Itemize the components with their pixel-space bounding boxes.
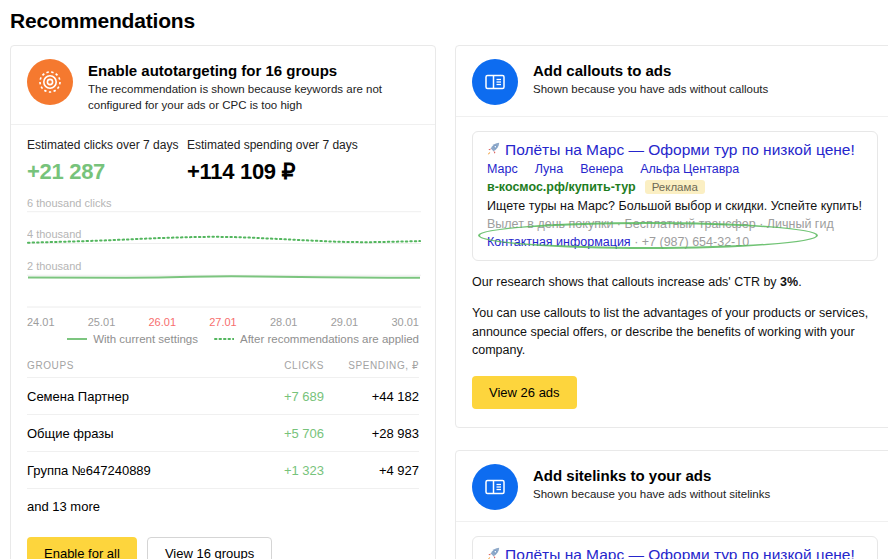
stat-value: +21 287 xyxy=(27,159,187,185)
research-text-bold: 3% xyxy=(780,275,798,289)
legend-item-after: After recommendations are applied xyxy=(214,333,419,345)
enable-for-all-button[interactable]: Enable for all xyxy=(27,537,137,559)
col-header-spending: SPENDING, ₽ xyxy=(324,360,419,371)
ad-sitelink: Луна xyxy=(535,162,563,176)
ad-preview-icon xyxy=(472,464,518,510)
more-groups-label: and 13 more xyxy=(27,488,419,524)
group-spending: +4 927 xyxy=(324,463,419,478)
ad-sitelinks: Марс Луна Венера Альфа Центавра xyxy=(487,162,863,176)
svg-text:4 thousand: 4 thousand xyxy=(27,229,81,241)
x-axis-label: 27.01 xyxy=(209,316,237,328)
callouts-card-header: Add callouts to ads Shown because you ha… xyxy=(456,46,888,116)
card-title: Add sitelinks to your ads xyxy=(533,467,770,484)
table-row: Группа №647240889 +1 323 +4 927 xyxy=(27,451,419,488)
ad-sitelink: Марс xyxy=(487,162,518,176)
rocket-icon xyxy=(487,547,500,559)
ad-sitelink: Альфа Центавра xyxy=(640,162,739,176)
ad-preview-body: Полёты на Марс — Оформи тур по низкой це… xyxy=(473,132,877,260)
ad-preview: Полёты на Марс — Оформи тур по низкой це… xyxy=(472,131,878,261)
card-actions: Enable for all View 16 groups xyxy=(11,524,435,559)
chart-canvas: 6 thousand clicks4 thousand2 thousand xyxy=(27,193,421,311)
groups-table: GROUPS CLICKS SPENDING, ₽ Семена Партнер… xyxy=(27,353,419,524)
autotargeting-card-header: Enable autotargeting for 16 groups The r… xyxy=(11,46,435,124)
group-name: Общие фразы xyxy=(27,426,229,441)
bullseye-icon xyxy=(27,59,73,105)
legend-label: With current settings xyxy=(93,333,198,345)
card-subtitle: Shown because you have ads without callo… xyxy=(533,82,768,98)
view-ads-button[interactable]: View 26 ads xyxy=(472,376,577,409)
view-groups-button[interactable]: View 16 groups xyxy=(147,537,272,559)
table-row: Семена Партнер +7 689 +44 182 xyxy=(27,377,419,414)
sitelinks-card: Add sitelinks to your ads Shown because … xyxy=(455,450,888,559)
ad-display-url: в-космос.рф/купить-тур xyxy=(487,180,636,194)
separator-dot: · xyxy=(634,235,638,249)
group-clicks: +1 323 xyxy=(229,463,324,478)
ad-preview-icon xyxy=(472,59,518,105)
page-title: Recommendations xyxy=(10,9,888,33)
forecast-stats: Estimated clicks over 7 days +21 287 Est… xyxy=(11,125,435,187)
right-column: Add callouts to ads Shown because you ha… xyxy=(455,45,888,559)
card-title: Add callouts to ads xyxy=(533,62,768,79)
divider xyxy=(456,116,888,117)
usage-text: You can use callouts to list the advanta… xyxy=(472,304,872,360)
research-text-prefix: Our research shows that callouts increas… xyxy=(472,275,780,289)
solid-line-icon xyxy=(67,337,87,341)
group-spending: +28 983 xyxy=(324,426,419,441)
rocket-icon xyxy=(487,142,500,155)
autotargeting-card: Enable autotargeting for 16 groups The r… xyxy=(10,45,436,559)
ad-description: Ищете туры на Марс? Большой выбор и скид… xyxy=(487,199,863,213)
ad-preview: Полёты на Марс — Оформи тур по низкой це… xyxy=(472,536,878,559)
ad-contact-row: Контактная информация · +7 (987) 654-32-… xyxy=(487,235,863,249)
stat-value: +114 109 ₽ xyxy=(187,159,358,185)
x-axis-label: 25.01 xyxy=(88,316,116,328)
ad-callouts: Вылет в день покупки · Бесплатный трансф… xyxy=(487,217,863,231)
group-name: Семена Партнер xyxy=(27,389,229,404)
col-header-clicks: CLICKS xyxy=(229,360,324,371)
group-name: Группа №647240889 xyxy=(27,463,229,478)
card-subtitle: The recommendation is shown because keyw… xyxy=(88,82,419,113)
ad-badge: Реклама xyxy=(645,180,705,194)
x-axis-label: 28.01 xyxy=(270,316,298,328)
ad-phone: +7 (987) 654-32-10 xyxy=(642,235,749,249)
research-text-suffix: . xyxy=(798,275,801,289)
x-axis-label: 26.01 xyxy=(148,316,176,328)
callouts-card: Add callouts to ads Shown because you ha… xyxy=(455,45,888,428)
legend-label: After recommendations are applied xyxy=(240,333,419,345)
ad-preview-body: Полёты на Марс — Оформи тур по низкой це… xyxy=(473,537,877,559)
table-header-row: GROUPS CLICKS SPENDING, ₽ xyxy=(27,353,419,377)
clicks-forecast-chart: 6 thousand clicks4 thousand2 thousand 24… xyxy=(11,187,435,345)
svg-text:6 thousand clicks: 6 thousand clicks xyxy=(27,197,112,209)
ad-title-link: Полёты на Марс — Оформи тур по низкой це… xyxy=(505,546,855,559)
ad-contact-link: Контактная информация xyxy=(487,235,631,249)
legend-item-current: With current settings xyxy=(67,333,198,345)
divider xyxy=(456,521,888,522)
x-axis-label: 30.01 xyxy=(391,316,419,328)
ad-title-link: Полёты на Марс — Оформи тур по низкой це… xyxy=(505,141,855,159)
x-axis-label: 24.01 xyxy=(27,316,55,328)
group-spending: +44 182 xyxy=(324,389,419,404)
ad-sitelink: Венера xyxy=(580,162,623,176)
clicks-stat: Estimated clicks over 7 days +21 287 xyxy=(27,138,187,185)
table-row: Общие фразы +5 706 +28 983 xyxy=(27,414,419,451)
col-header-groups: GROUPS xyxy=(27,360,229,371)
svg-text:2 thousand: 2 thousand xyxy=(27,260,81,272)
sitelinks-card-header: Add sitelinks to your ads Shown because … xyxy=(456,451,888,521)
spending-stat: Estimated spending over 7 days +114 109 … xyxy=(187,138,358,185)
recommendations-page: Recommendations Enable autotargeting for… xyxy=(0,9,888,33)
stat-label: Estimated clicks over 7 days xyxy=(27,138,187,152)
dotted-line-icon xyxy=(214,337,234,341)
group-clicks: +5 706 xyxy=(229,426,324,441)
group-clicks: +7 689 xyxy=(229,389,324,404)
chart-x-axis: 24.01 25.01 26.01 27.01 28.01 29.01 30.0… xyxy=(27,316,419,328)
card-subtitle: Shown because you have ads without sitel… xyxy=(533,487,770,503)
chart-legend: With current settings After recommendati… xyxy=(27,333,419,345)
stat-label: Estimated spending over 7 days xyxy=(187,138,358,152)
x-axis-label: 29.01 xyxy=(331,316,359,328)
research-text: Our research shows that callouts increas… xyxy=(472,273,872,292)
card-title: Enable autotargeting for 16 groups xyxy=(88,62,419,79)
